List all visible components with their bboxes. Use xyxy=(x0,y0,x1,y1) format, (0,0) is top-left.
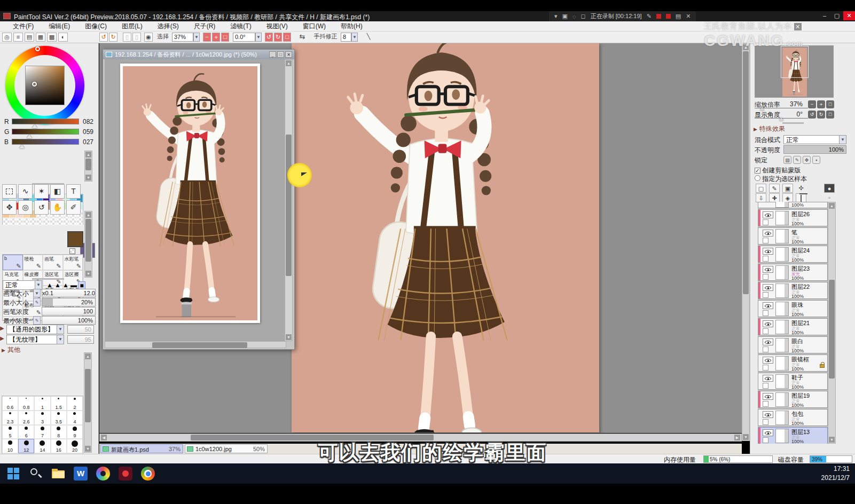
nav-zoom-reset-icon[interactable]: □ xyxy=(826,100,834,108)
color-mixer-toggle[interactable]: ▤ xyxy=(25,33,34,42)
canvas-vscroll-thumb[interactable] xyxy=(743,51,749,294)
layer-visibility-icon[interactable] xyxy=(763,429,773,436)
layer-visibility-icon[interactable] xyxy=(763,375,773,382)
new-folder-button[interactable]: ▣ xyxy=(782,184,793,193)
float-canvas-view[interactable] xyxy=(105,59,286,341)
layer-visibility-icon[interactable] xyxy=(763,302,773,309)
selection-visibility-icon[interactable]: ◉ xyxy=(144,33,153,42)
watermark-close-icon[interactable]: ✕ xyxy=(794,23,802,30)
canvas-scroll-down-icon[interactable]: ▼ xyxy=(743,434,749,440)
layer-mode-button[interactable]: ● xyxy=(824,184,835,193)
eyedropper-tool[interactable]: ✐ xyxy=(66,200,81,215)
chrome-button[interactable] xyxy=(141,467,155,481)
rec-pause-icon[interactable] xyxy=(656,14,661,19)
size-2[interactable]: 2 xyxy=(67,396,83,411)
rec-zoom-icon[interactable]: ◌ xyxy=(572,13,576,20)
nav-rotate-ccw-icon[interactable]: ↺ xyxy=(808,111,816,119)
opacity-bar[interactable]: 100% xyxy=(783,145,846,154)
swatch-47[interactable] xyxy=(76,218,83,226)
rec-dropdown-icon[interactable]: ▾ xyxy=(554,13,558,20)
brush-shape-hard-icon[interactable]: ■ xyxy=(78,281,85,289)
navigator-view-rect[interactable] xyxy=(781,46,809,78)
swatch-45[interactable] xyxy=(63,218,70,226)
size-scroll-down-icon[interactable]: ▼ xyxy=(85,446,91,452)
density-bar[interactable]: 100 xyxy=(42,307,96,316)
brush-水彩笔[interactable]: 水彩笔✎ xyxy=(63,255,83,270)
zoom-reset-button[interactable]: □ xyxy=(221,33,229,42)
angle-dropdown-icon[interactable]: ▼ xyxy=(255,33,262,42)
flip-icon[interactable]: ⇆ xyxy=(297,33,308,42)
selection-sample-radio-icon[interactable] xyxy=(755,175,760,181)
layer-visibility-icon[interactable] xyxy=(763,357,773,364)
taskbar-clock[interactable]: 17:31 2021/12/7 xyxy=(821,464,850,483)
layer-item-鞋子[interactable]: 鞋子正常100% xyxy=(758,373,828,390)
layer-checkbox[interactable] xyxy=(763,238,768,243)
brush-blend-arrow-icon[interactable]: ▼ xyxy=(35,281,42,289)
min-size-link-icon[interactable]: ✎ xyxy=(33,298,41,306)
layer-scroll-down-icon[interactable]: ▼ xyxy=(829,437,835,443)
min-density-bar[interactable]: 100% xyxy=(42,316,96,325)
line-tool-icon[interactable]: ╲ xyxy=(364,33,373,42)
swatch-44[interactable] xyxy=(56,218,63,226)
brush-texture-arrow-icon[interactable]: ▼ xyxy=(57,335,64,344)
clip-mask-check-icon[interactable]: ✓ xyxy=(755,168,760,174)
brush-shape-2-icon[interactable]: ▲ xyxy=(54,281,61,289)
floating-document-window[interactable]: 192.168.1.254 / 备份资料 / ... / 1c0w1200.jp… xyxy=(103,49,295,350)
zoom-value[interactable]: 37% xyxy=(172,33,193,42)
transfer-down-button[interactable]: ⇩ xyxy=(756,193,766,202)
size-2.3[interactable]: 2.3 xyxy=(2,411,18,425)
layer-checkbox[interactable] xyxy=(763,437,768,443)
size-1.5[interactable]: 1.5 xyxy=(51,396,67,411)
shape-select-tool[interactable]: ◧ xyxy=(50,184,65,199)
layer-item-图层23[interactable]: 图层23发光100% xyxy=(758,264,828,281)
foreground-color-swatch[interactable] xyxy=(67,231,83,247)
selection-sample-radio[interactable]: 指定为选区样本 xyxy=(755,175,807,184)
size-12[interactable]: 12 xyxy=(18,439,34,453)
float-vscrollbar[interactable]: ▲ ▼ xyxy=(285,59,293,341)
other-section-header[interactable]: 其他 xyxy=(2,345,20,355)
brush-scroll-down-icon[interactable]: ▼ xyxy=(85,271,91,277)
clear-layer-button[interactable]: ◈ xyxy=(782,193,793,202)
zoom-dropdown-icon[interactable]: ▼ xyxy=(193,33,200,42)
float-page[interactable] xyxy=(120,64,260,323)
transparent-color-swatch[interactable] xyxy=(69,248,75,254)
layer-checkbox[interactable] xyxy=(763,219,768,225)
swatch-scroll-down-icon[interactable]: ▼ xyxy=(85,175,91,180)
menu-item-7[interactable]: 视图(V) xyxy=(259,22,295,31)
float-vscroll-thumb[interactable] xyxy=(286,135,292,276)
layer-item-图层24[interactable]: 图层24正常100% xyxy=(758,246,828,263)
swatch-42[interactable] xyxy=(43,218,50,226)
float-minimize-button[interactable]: _ xyxy=(269,51,276,58)
float-hscrollbar[interactable] xyxy=(105,341,286,348)
layer-scrollbar[interactable]: ▲ ▼ xyxy=(828,202,836,444)
rotate-tool[interactable]: ↺ xyxy=(34,200,49,215)
b-slider[interactable] xyxy=(12,139,79,145)
swatch-36[interactable] xyxy=(3,218,10,226)
size-2.6[interactable]: 2.6 xyxy=(18,411,34,425)
swatch-40[interactable] xyxy=(29,218,36,226)
texture-expander-icon[interactable]: ▶ xyxy=(0,335,4,341)
text-tool[interactable]: T xyxy=(66,184,81,199)
w-app-button[interactable]: W xyxy=(74,467,88,481)
brush-shape-3-icon[interactable]: ▲ xyxy=(62,281,69,289)
layer-checkbox[interactable] xyxy=(763,401,768,407)
size-scrollbar[interactable]: ▲ ▼ xyxy=(84,352,92,453)
layer-checkbox[interactable] xyxy=(763,292,768,298)
layer-item-图层21[interactable]: 图层21正常100% xyxy=(758,318,828,335)
layer-item-图层13[interactable]: 图层13正常100% xyxy=(758,427,828,444)
nav-rotate-cw-icon[interactable]: ↻ xyxy=(817,111,825,119)
swatch-scroll-thumb[interactable] xyxy=(85,159,91,170)
layer-visibility-icon[interactable] xyxy=(763,230,773,237)
size-8[interactable]: 8 xyxy=(51,425,67,439)
rotate-cw-button[interactable]: ↻ xyxy=(274,33,282,42)
swatch-scroll-up-icon[interactable]: ▲ xyxy=(85,152,91,158)
brush-texture-dropdown[interactable]: 【无纹理】▼ xyxy=(6,335,64,344)
min-density-link-icon[interactable]: ✎ xyxy=(33,316,41,325)
menu-item-1[interactable]: 编辑(E) xyxy=(41,22,77,31)
layer-visibility-icon[interactable] xyxy=(763,320,773,327)
swatch-39[interactable] xyxy=(23,218,30,226)
menu-item-9[interactable]: 帮助(H) xyxy=(333,22,370,31)
layer-scroll-thumb[interactable] xyxy=(829,280,835,379)
menu-item-8[interactable]: 窗口(W) xyxy=(295,22,333,31)
move-tool[interactable]: ✥ xyxy=(2,200,17,215)
